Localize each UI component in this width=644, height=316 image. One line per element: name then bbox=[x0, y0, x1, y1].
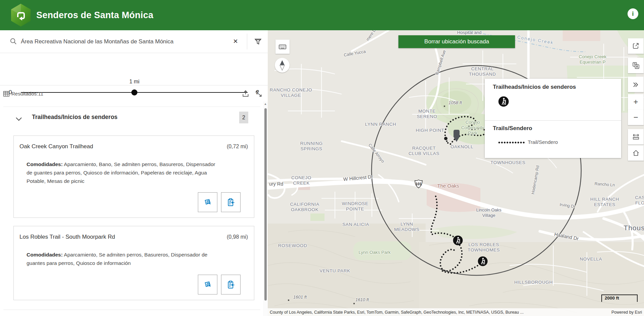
trailhead-marker[interactable] bbox=[453, 235, 463, 245]
double-chevron-right-icon bbox=[632, 80, 640, 88]
distance-slider: 1 mi 0 2 bbox=[0, 53, 268, 85]
measure-icon bbox=[632, 133, 640, 141]
share-icon bbox=[632, 42, 640, 50]
legend-item-label: Trail/Sendero bbox=[528, 139, 558, 145]
info-button[interactable]: i bbox=[628, 8, 638, 19]
map-view[interactable]: 101 mere DrHospital andConejo CreekCalle… bbox=[268, 30, 644, 316]
attribution-text: County of Los Angeles, California State … bbox=[270, 310, 607, 315]
layer-section-header[interactable]: Trailheads/Inicios de senderos 2 bbox=[0, 110, 260, 130]
scrollbar-thumb[interactable] bbox=[264, 108, 267, 301]
attribution-bar: County of Los Angeles, California State … bbox=[268, 308, 644, 316]
legend-group-title: Trails/Sendero bbox=[493, 125, 532, 132]
clear-searched-location-button[interactable]: Borrar ubicación buscada bbox=[398, 35, 515, 48]
open-details-button[interactable] bbox=[221, 275, 241, 294]
compass-needle-icon bbox=[275, 58, 290, 73]
distance-value: (0,72 mi) bbox=[227, 144, 248, 150]
section-title: Trailheads/Inicios de senderos bbox=[32, 114, 118, 121]
searched-location-pin[interactable] bbox=[452, 129, 461, 143]
keyboard-shortcuts-button[interactable] bbox=[275, 40, 290, 54]
export-button[interactable] bbox=[241, 89, 250, 98]
app-header: Senderos de Santa Mónica i bbox=[0, 0, 644, 30]
filter-button[interactable] bbox=[253, 36, 263, 47]
trailhead-title: Oak Creek Canyon Trailhead bbox=[19, 143, 93, 150]
legend-panel: Trailheads/Inicios de senderos Trails/Se… bbox=[485, 79, 621, 158]
zoom-to-icon bbox=[203, 197, 213, 207]
translate-button[interactable] bbox=[628, 58, 644, 73]
compass-button[interactable] bbox=[275, 58, 290, 73]
scale-bar: 2000 ft bbox=[601, 294, 638, 302]
divider bbox=[247, 34, 247, 49]
result-card[interactable]: Los Robles Trail - South Moorpark Rd (0,… bbox=[13, 226, 254, 300]
powered-by-esri[interactable]: Powered by Esri bbox=[611, 310, 642, 315]
trailhead-title: Los Robles Trail - South Moorpark Rd bbox=[19, 234, 115, 240]
results-count: Resultados:11 bbox=[11, 91, 43, 96]
collapse-panel-button[interactable] bbox=[628, 77, 644, 92]
funnel-icon bbox=[254, 37, 262, 46]
clear-search-icon[interactable]: ✕ bbox=[231, 37, 240, 46]
amenities-label: Comodidades: bbox=[27, 161, 63, 167]
amenities-text: Comodidades: Aparcamiento, Se admiten pe… bbox=[27, 250, 221, 267]
zoom-to-feature-button[interactable] bbox=[198, 275, 217, 294]
result-card[interactable]: Oak Creek Canyon Trailhead (0,72 mi) Com… bbox=[13, 135, 254, 218]
zoom-in-button[interactable]: + bbox=[628, 94, 644, 110]
home-icon bbox=[632, 149, 640, 157]
count-badge: 2 bbox=[239, 112, 248, 123]
amenities-label: Comodidades: bbox=[27, 252, 63, 258]
search-bar: ✕ bbox=[0, 30, 268, 53]
measure-button[interactable] bbox=[628, 129, 644, 145]
export-icon bbox=[241, 89, 250, 98]
scale-label: 2000 ft bbox=[605, 295, 619, 301]
legend-group-title: Trailheads/Inicios de senderos bbox=[493, 84, 576, 90]
zoom-to-feature-button[interactable] bbox=[198, 192, 217, 212]
scroll-up-icon[interactable]: ▲ bbox=[263, 102, 268, 106]
trail-line-legend-icon bbox=[498, 141, 525, 144]
search-input[interactable] bbox=[20, 34, 210, 49]
side-panel: ✕ 1 mi 0 2 Resultados:11 bbox=[0, 30, 268, 316]
expand-panel-button[interactable] bbox=[254, 89, 263, 98]
open-details-button[interactable] bbox=[221, 192, 241, 212]
amenities-text: Comodidades: Aparcamiento, Bano, Se admi… bbox=[27, 160, 221, 185]
table-icon bbox=[3, 90, 10, 97]
page-title: Senderos de Santa Mónica bbox=[36, 0, 153, 30]
divider bbox=[3, 310, 260, 310]
zoom-to-icon bbox=[203, 280, 213, 290]
divider bbox=[3, 107, 260, 107]
divider bbox=[485, 120, 621, 121]
results-header: Resultados:11 bbox=[0, 85, 268, 102]
clipboard-arrow-icon bbox=[226, 280, 236, 290]
basemap-graphics bbox=[268, 30, 644, 316]
keyboard-icon bbox=[278, 42, 287, 51]
trailhead-legend-icon bbox=[498, 96, 509, 107]
chevron-down-icon[interactable] bbox=[15, 117, 22, 121]
clipboard-arrow-icon bbox=[226, 197, 236, 207]
search-icon bbox=[9, 37, 17, 45]
slider-value-label: 1 mi bbox=[129, 79, 139, 85]
expand-arrows-icon bbox=[254, 89, 263, 98]
translate-icon bbox=[632, 62, 640, 70]
scrollbar[interactable]: ▲ bbox=[263, 102, 268, 316]
zoom-out-button[interactable]: − bbox=[628, 110, 644, 125]
share-map-button[interactable] bbox=[628, 38, 644, 54]
home-button[interactable] bbox=[628, 145, 644, 161]
distance-value: (0,98 mi) bbox=[227, 234, 248, 240]
trailhead-marker[interactable] bbox=[478, 256, 488, 266]
app-logo-icon bbox=[10, 3, 32, 27]
